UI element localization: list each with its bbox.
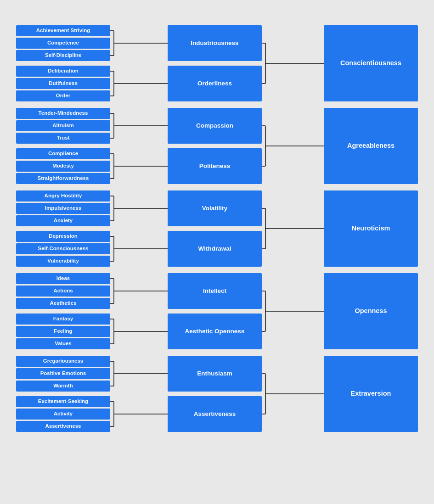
blue-box: Excitement-Seeking [16, 396, 110, 407]
blue-box: Fantasy [16, 314, 110, 325]
blue-box: Openness [324, 273, 418, 349]
blue-box: Impulsiveness [16, 203, 110, 214]
blue-box: Competence [16, 38, 110, 49]
blue-box: Depression [16, 231, 110, 242]
blue-box: Modesty [16, 161, 110, 172]
blue-box: Activity [16, 409, 110, 420]
blue-box: Aesthetics [16, 298, 110, 309]
blue-box: Straightforwardness [16, 173, 110, 184]
blue-box: Enthusiasm [168, 356, 262, 392]
blue-box: Anxiety [16, 215, 110, 226]
blue-box: Feeling [16, 326, 110, 337]
blue-box: Compassion [168, 108, 262, 144]
blue-box: Self-Consciousness [16, 243, 110, 254]
blue-box: Assertiveness [16, 421, 110, 432]
blue-box: Compliance [16, 148, 110, 159]
blue-box: Actions [16, 286, 110, 297]
blue-box: Angry Hostility [16, 190, 110, 202]
blue-box: Positive Emotions [16, 368, 110, 379]
blue-box: Achievement Striving [16, 25, 110, 36]
blue-box: Aesthetic Openness [168, 314, 262, 349]
blue-box: Extraversion [324, 356, 418, 432]
blue-box: Withdrawal [168, 231, 262, 267]
blue-box: Ideas [16, 273, 110, 284]
blue-box: Neuroticism [324, 190, 418, 267]
blue-box: Deliberation [16, 66, 110, 77]
blue-box: Intellect [168, 273, 262, 309]
blue-box: Order [16, 90, 110, 101]
blue-box: Altruism [16, 120, 110, 131]
blue-box: Politeness [168, 148, 262, 184]
blue-box: Tender-Mindedness [16, 108, 110, 119]
blue-box: Values [16, 338, 110, 349]
blue-box: Trust [16, 133, 110, 144]
blue-box: Gregariousness [16, 356, 110, 367]
blue-box: Agreeableness [324, 108, 418, 184]
blue-box: Vulnerability [16, 256, 110, 267]
blue-box: Volatility [168, 190, 262, 226]
blue-box: Conscientiousness [324, 25, 418, 101]
blue-box: Warmth [16, 381, 110, 392]
blue-box: Industriousness [168, 25, 262, 61]
blue-box: Orderliness [168, 66, 262, 101]
blue-box: Dutifulness [16, 78, 110, 89]
blue-box: Self-Discipline [16, 50, 110, 61]
blue-box: Assertiveness [168, 396, 262, 432]
